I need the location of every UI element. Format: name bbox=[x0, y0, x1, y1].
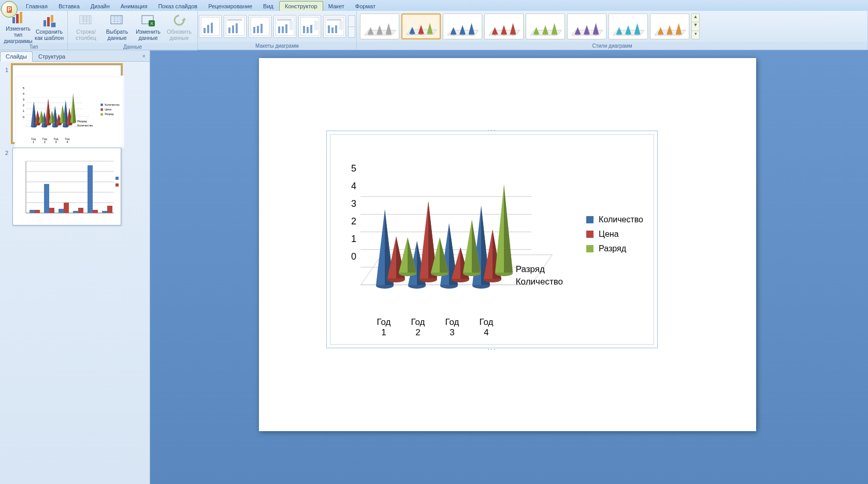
chart-object[interactable]: 543210 Разряд Количество КоличествоЦенаР… bbox=[15, 76, 124, 148]
chart-style-option[interactable] bbox=[650, 13, 689, 39]
chart-style-option[interactable] bbox=[401, 13, 441, 39]
chart-layout-option[interactable] bbox=[199, 15, 222, 38]
chart-style-option[interactable] bbox=[609, 13, 648, 39]
select-data-button[interactable]: Выбрать данные bbox=[102, 12, 132, 42]
chart-layout-option[interactable] bbox=[298, 15, 321, 38]
tab-chart-format[interactable]: Формат bbox=[350, 2, 381, 11]
svg-point-52 bbox=[492, 33, 498, 35]
chart-depth-labels: Разряд Количество bbox=[77, 120, 93, 128]
svg-rect-85 bbox=[102, 211, 107, 213]
save-as-template-button[interactable]: Сохранить как шаблон bbox=[34, 12, 64, 42]
y-tick-label: 1 bbox=[21, 109, 24, 115]
svg-rect-81 bbox=[73, 211, 78, 213]
chart-y-axis: 543210 bbox=[21, 86, 24, 121]
group-data-label: Данные bbox=[68, 43, 197, 51]
refresh-data-button[interactable]: Обновить данные bbox=[164, 12, 194, 42]
chart-object[interactable]: 543210 Разряд Количество КоличествоЦенаР… bbox=[326, 131, 658, 348]
chart-layout-option[interactable] bbox=[323, 15, 346, 38]
chart-layouts-more-button[interactable] bbox=[348, 15, 355, 38]
edit-data-icon: X bbox=[140, 13, 156, 27]
chart-style-option[interactable] bbox=[526, 13, 565, 39]
y-tick-label: 0 bbox=[21, 115, 24, 121]
ribbon-tabstrip: Главная Вставка Дизайн Анимация Показ сл… bbox=[0, 0, 868, 11]
svg-point-44 bbox=[377, 33, 383, 35]
legend-swatch bbox=[586, 216, 594, 223]
slide-thumbnail-2[interactable] bbox=[12, 148, 121, 225]
svg-rect-34 bbox=[307, 27, 309, 33]
chart-layout-option[interactable] bbox=[224, 15, 247, 38]
chart-legend[interactable]: КоличествоЦенаРазряд bbox=[586, 215, 643, 259]
group-type-label: Тип bbox=[0, 43, 67, 51]
y-tick-label: 0 bbox=[345, 251, 356, 269]
svg-rect-77 bbox=[44, 184, 49, 213]
svg-point-64 bbox=[658, 33, 664, 35]
legend-item[interactable]: Разряд bbox=[586, 244, 643, 253]
y-tick-label: 4 bbox=[21, 92, 24, 97]
svg-rect-19 bbox=[232, 25, 234, 33]
tab-chart-layout[interactable]: Макет bbox=[323, 2, 350, 11]
svg-rect-35 bbox=[310, 25, 312, 33]
svg-point-45 bbox=[386, 33, 392, 35]
pane-tab-slides[interactable]: Слайды bbox=[0, 51, 33, 62]
legend-item[interactable]: Количество bbox=[100, 103, 119, 106]
tab-insert[interactable]: Вставка bbox=[53, 2, 85, 11]
tab-view[interactable]: Вид bbox=[258, 2, 279, 11]
svg-rect-1 bbox=[16, 14, 19, 23]
svg-point-59 bbox=[584, 33, 590, 35]
chart-legend[interactable]: КоличествоЦенаРазряд bbox=[100, 103, 119, 118]
edit-data-button[interactable]: X Изменить данные bbox=[133, 12, 163, 42]
svg-point-60 bbox=[593, 33, 599, 35]
svg-rect-78 bbox=[49, 208, 54, 213]
chart-layout-option[interactable] bbox=[273, 15, 296, 38]
svg-rect-23 bbox=[253, 27, 255, 33]
chart-styles-more-button[interactable]: ▲▼▾ bbox=[691, 13, 700, 39]
svg-point-53 bbox=[501, 33, 507, 35]
switch-row-col-icon bbox=[78, 13, 94, 27]
tab-review[interactable]: Рецензирование bbox=[203, 2, 258, 11]
switch-row-col-button[interactable]: Строка/столбец bbox=[71, 12, 101, 42]
chart-plot-area[interactable]: 543210 Разряд Количество КоличествоЦенаР… bbox=[330, 134, 654, 345]
svg-rect-84 bbox=[93, 210, 98, 213]
pane-tab-outline[interactable]: Структура bbox=[33, 51, 71, 62]
x-tick-label: Год3 bbox=[440, 317, 464, 338]
svg-point-62 bbox=[625, 33, 631, 35]
svg-point-43 bbox=[368, 33, 374, 35]
ribbon: Изменить тип диаграммы Сохранить как шаб… bbox=[0, 11, 868, 50]
pane-close-button[interactable]: × bbox=[138, 53, 150, 59]
svg-rect-38 bbox=[328, 25, 330, 33]
svg-rect-87 bbox=[115, 177, 119, 180]
legend-item[interactable]: Цена bbox=[586, 230, 643, 239]
svg-rect-9 bbox=[114, 17, 121, 21]
x-tick-label: Год1 bbox=[372, 317, 396, 338]
tab-design[interactable]: Дизайн bbox=[85, 2, 115, 11]
svg-point-58 bbox=[575, 33, 581, 35]
svg-rect-41 bbox=[327, 19, 341, 21]
chart-plot-area[interactable]: 543210 Разряд Количество КоличествоЦенаР… bbox=[16, 77, 123, 147]
chart-style-option[interactable] bbox=[443, 13, 482, 39]
svg-point-63 bbox=[634, 33, 641, 35]
slide-thumbnail-1[interactable]: 543210 Разряд Количество КоличествоЦенаР… bbox=[12, 65, 121, 143]
svg-rect-25 bbox=[261, 24, 263, 33]
chart-style-option[interactable] bbox=[360, 13, 399, 39]
tab-animation[interactable]: Анимация bbox=[115, 2, 153, 11]
svg-rect-4 bbox=[47, 17, 50, 26]
legend-swatch bbox=[100, 113, 103, 116]
chart-style-option[interactable] bbox=[567, 13, 606, 39]
svg-rect-20 bbox=[236, 23, 238, 33]
svg-rect-30 bbox=[277, 19, 292, 21]
legend-item[interactable]: Количество bbox=[586, 215, 643, 224]
x-tick-label: Год1 bbox=[30, 137, 37, 144]
tab-chart-constructor[interactable]: Конструктор bbox=[279, 1, 323, 11]
legend-label: Количество bbox=[105, 103, 119, 106]
legend-item[interactable]: Разряд bbox=[100, 113, 119, 116]
tab-slideshow[interactable]: Показ слайдов bbox=[153, 2, 203, 11]
svg-point-61 bbox=[616, 33, 623, 35]
slide-canvas[interactable]: 543210 Разряд Количество КоличествоЦенаР… bbox=[150, 50, 868, 484]
legend-item[interactable]: Цена bbox=[100, 108, 119, 111]
y-tick-label: 3 bbox=[21, 98, 24, 104]
chart-style-option[interactable] bbox=[484, 13, 524, 39]
svg-text:X: X bbox=[150, 21, 153, 26]
svg-rect-29 bbox=[285, 24, 287, 33]
chart-layout-option[interactable] bbox=[249, 15, 271, 38]
office-button[interactable]: P bbox=[1, 1, 18, 18]
